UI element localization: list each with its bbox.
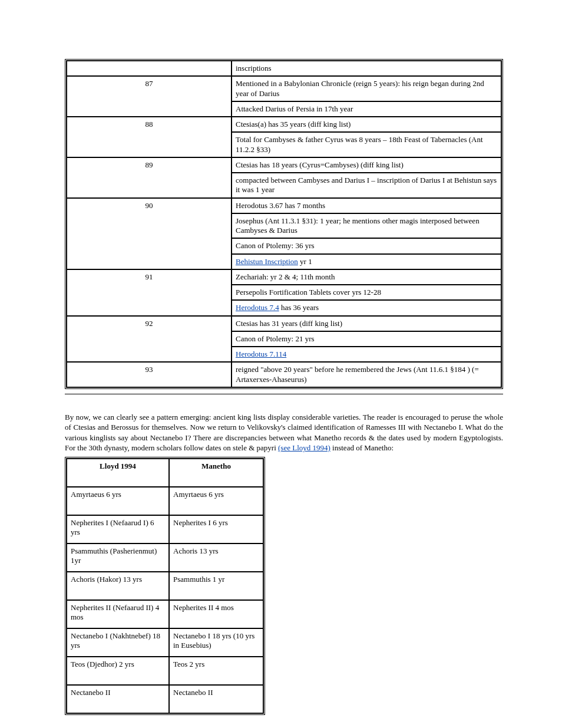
books-header-right: Manetho [169,459,263,487]
ref-number: 87 [67,76,232,117]
ref-text: Persepolis Fortification Tablets cover y… [232,285,501,300]
ref-link[interactable]: Behistun Inscription [236,257,298,266]
separator [65,394,503,394]
table-row: 88Ctesias(a) has 35 years (diff king lis… [67,117,501,132]
ref-text: Zechariah: yr 2 & 4; 11th month [232,269,501,285]
table-row: Nectanebo I (Nakhtnebef) 18 yrsNectanebo… [67,628,263,657]
kinglist-left: Nepherites II (Nefaarud II) 4 mos [67,600,169,628]
kinglist-left: Psammuthis (Pasherienmut) 1yr [67,543,169,572]
table-row: Nepherites II (Nefaarud II) 4 mosNepheri… [67,600,263,628]
ref-text: Ctesias has 18 years (Cyrus=Cambyses) (d… [232,157,501,173]
kinglist-right: Teos 2 yrs [169,657,263,685]
kinglist-right: Nectanebo II [169,685,263,713]
ref-number: 91 [67,269,232,316]
table-row: inscriptions [67,61,501,76]
kinglist-left: Nepherites I (Nefaarud I) 6 yrs [67,515,169,543]
ref-number: 93 [67,362,232,387]
table-row: 87Mentioned in a Babylonian Chronicle (r… [67,76,501,101]
kinglist-right: Achoris 13 yrs [169,543,263,572]
ref-text: Behistun Inscription yr 1 [232,254,501,269]
kinglist-table: Lloyd 1994 Manetho Amyrtaeus 6 yrsAmyrta… [65,457,265,715]
table-row: 89Ctesias has 18 years (Cyrus=Cambyses) … [67,157,501,173]
ref-number: 90 [67,198,232,269]
ref-text: Herodotus 7.4 has 36 years [232,300,501,315]
prose-paragraph: By now, we can clearly see a pattern eme… [65,412,503,453]
ref-text: reigned "above 20 years" before he remem… [232,362,501,387]
table-row: Nepherites I (Nefaarud I) 6 yrsNepherite… [67,515,263,543]
kinglist-right: Nectanebo I 18 yrs (10 yrs in Eusebius) [169,628,263,657]
ref-text: Ctesias has 31 years (diff king list) [232,316,501,331]
ref-link[interactable]: Herodotus 7.114 [236,350,286,358]
ref-number [67,61,232,76]
ref-number: 92 [67,316,232,363]
table-row: 93reigned "above 20 years" before he rem… [67,362,501,387]
ref-text: Ctesias(a) has 35 years (diff king list) [232,117,501,132]
ref-text: Mentioned in a Babylonian Chronicle (rei… [232,76,501,101]
kinglist-left: Amyrtaeus 6 yrs [67,487,169,515]
table-row: Amyrtaeus 6 yrsAmyrtaeus 6 yrs [67,487,263,515]
ref-text: Herodotus 7.114 [232,347,501,362]
kinglist-right: Amyrtaeus 6 yrs [169,487,263,515]
table-row: 91Zechariah: yr 2 & 4; 11th month [67,269,501,285]
table-row: Psammuthis (Pasherienmut) 1yrAchoris 13 … [67,543,263,572]
table-row: Achoris (Hakor) 13 yrsPsammuthis 1 yr [67,572,263,600]
lloyd-link[interactable]: (see Lloyd 1994) [278,443,330,452]
table-row: Nectanebo IINectanebo II [67,685,263,713]
kinglist-right: Nepherites II 4 mos [169,600,263,628]
ref-text: Canon of Ptolemy: 21 yrs [232,331,501,347]
ref-text: Josephus (Ant 11.3.1 §31): 1 year; he me… [232,213,501,239]
books-header-left: Lloyd 1994 [67,459,169,487]
table-row: 92Ctesias has 31 years (diff king list) [67,316,501,331]
kinglist-left: Nectanebo I (Nakhtnebef) 18 yrs [67,628,169,657]
ref-number: 88 [67,117,232,157]
kinglist-right: Nepherites I 6 yrs [169,515,263,543]
ref-text: Attacked Darius of Persia in 17th year [232,101,501,117]
kinglist-left: Teos (Djedhor) 2 yrs [67,657,169,685]
ref-number: 89 [67,157,232,198]
references-table: inscriptions87Mentioned in a Babylonian … [65,59,503,389]
ref-text: Canon of Ptolemy: 36 yrs [232,238,501,253]
ref-link[interactable]: Herodotus 7.4 [236,303,279,312]
kinglist-right: Psammuthis 1 yr [169,572,263,600]
kinglist-left: Nectanebo II [67,685,169,713]
kinglist-left: Achoris (Hakor) 13 yrs [67,572,169,600]
prose-text-after: instead of Manetho: [332,443,394,452]
ref-text: compacted between Cambyses and Darius I … [232,173,501,198]
ref-text: Herodotus 3.67 has 7 months [232,198,501,213]
ref-text: inscriptions [232,61,501,76]
table-row: 90Herodotus 3.67 has 7 months [67,198,501,213]
table-row: Teos (Djedhor) 2 yrsTeos 2 yrs [67,657,263,685]
ref-text: Total for Cambyses & father Cyrus was 8 … [232,132,501,157]
